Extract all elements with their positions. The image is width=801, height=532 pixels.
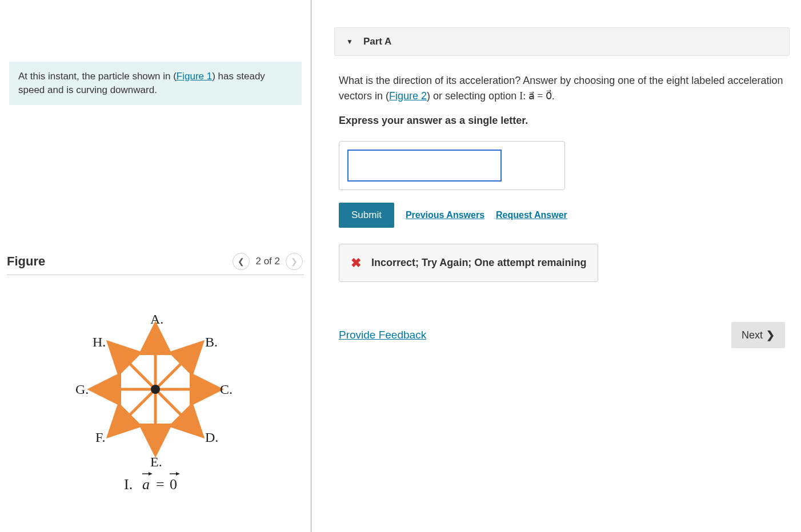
answer-frame bbox=[339, 141, 565, 190]
label-C: C. bbox=[220, 382, 233, 397]
next-label: Next bbox=[742, 329, 763, 341]
figure-body: A. B. C. D. E. F. G. H. I. a bbox=[7, 292, 304, 509]
question-mid: ) or selecting option bbox=[427, 90, 519, 102]
figure-title: Figure bbox=[7, 254, 231, 269]
part-title: Part A bbox=[363, 36, 391, 47]
figure-1-link[interactable]: Figure 1 bbox=[177, 71, 212, 82]
label-A: A. bbox=[150, 312, 163, 327]
svg-line-7 bbox=[118, 352, 155, 389]
left-panel: At this instant, the particle shown in (… bbox=[0, 0, 311, 532]
provide-feedback-link[interactable]: Provide Feedback bbox=[339, 327, 426, 344]
svg-point-8 bbox=[151, 385, 160, 394]
label-D: D. bbox=[205, 430, 218, 445]
chevron-right-icon: ❯ bbox=[291, 257, 298, 266]
chevron-left-icon: ❮ bbox=[238, 257, 245, 266]
caret-down-icon: ▼ bbox=[346, 38, 353, 46]
right-panel: ▼ Part A What is the direction of its ac… bbox=[311, 0, 801, 532]
acceleration-vectors-figure: A. B. C. D. E. F. G. H. I. a bbox=[55, 292, 255, 509]
label-B: B. bbox=[205, 334, 218, 349]
part-body: What is the direction of its acceleratio… bbox=[334, 56, 790, 348]
figure-prev-button[interactable]: ❮ bbox=[233, 253, 250, 270]
figure-2-link[interactable]: Figure 2 bbox=[389, 90, 427, 102]
figure-counter: 2 of 2 bbox=[255, 256, 280, 267]
figure-header: Figure ❮ 2 of 2 ❯ bbox=[7, 248, 304, 275]
next-button[interactable]: Next ❯ bbox=[731, 322, 785, 348]
svg-text:a: a bbox=[142, 476, 150, 493]
request-answer-link[interactable]: Request Answer bbox=[496, 208, 567, 222]
label-E: E. bbox=[150, 454, 162, 469]
question-after: . bbox=[552, 90, 555, 102]
label-G: G. bbox=[75, 382, 89, 397]
feedback-box: ✖ Incorrect; Try Again; One attempt rema… bbox=[339, 244, 598, 282]
actions-row: Submit Previous Answers Request Answer bbox=[339, 203, 785, 228]
svg-text:=: = bbox=[156, 476, 165, 493]
label-H: H. bbox=[93, 334, 106, 349]
answer-instruction: Express your answer as a single letter. bbox=[339, 113, 785, 128]
problem-statement: At this instant, the particle shown in (… bbox=[9, 62, 302, 105]
feedback-text: Incorrect; Try Again; One attempt remain… bbox=[371, 255, 586, 271]
svg-line-5 bbox=[118, 389, 155, 426]
svg-line-1 bbox=[155, 352, 193, 389]
chevron-right-icon: ❯ bbox=[766, 329, 775, 341]
footer-row: Provide Feedback Next ❯ bbox=[339, 322, 785, 348]
svg-text:0: 0 bbox=[170, 476, 177, 493]
figure-next-button[interactable]: ❯ bbox=[286, 253, 303, 270]
figure-section: Figure ❮ 2 of 2 ❯ bbox=[0, 248, 311, 509]
x-icon: ✖ bbox=[351, 253, 361, 272]
problem-text-before: At this instant, the particle shown in ( bbox=[18, 71, 177, 82]
question-text: What is the direction of its acceleratio… bbox=[339, 73, 785, 104]
svg-line-3 bbox=[155, 389, 193, 426]
submit-button[interactable]: Submit bbox=[339, 203, 394, 228]
option-I-math: I: a⃗ = 0⃗ bbox=[519, 90, 552, 102]
answer-input[interactable] bbox=[347, 150, 502, 182]
svg-text:I.: I. bbox=[124, 476, 133, 493]
previous-answers-link[interactable]: Previous Answers bbox=[406, 208, 484, 222]
label-F: F. bbox=[95, 430, 105, 445]
part-a-header[interactable]: ▼ Part A bbox=[334, 27, 790, 56]
